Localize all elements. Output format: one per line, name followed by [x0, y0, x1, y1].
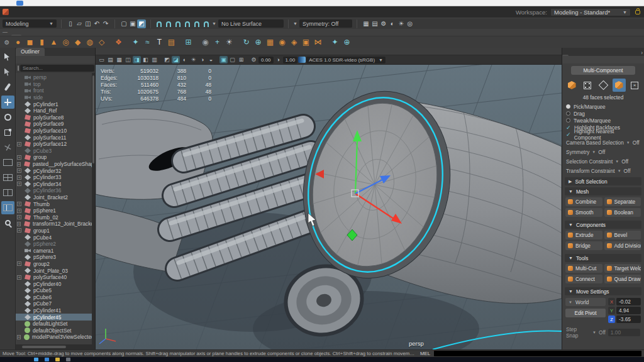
poly-torus-icon[interactable]: ◎ [60, 37, 71, 48]
mel-command-input[interactable] [434, 351, 641, 356]
multi-component-button[interactable]: Multi-Component [571, 66, 635, 75]
joint-icon[interactable]: ⊕ [341, 37, 352, 48]
outliner-row[interactable]: + pCylinder45 [16, 314, 95, 321]
layout-persp-outliner[interactable] [1, 201, 14, 214]
expand-toggle-icon[interactable]: + [17, 175, 21, 180]
tab-overflow-icon[interactable]: › [640, 50, 644, 56]
light-editor-icon[interactable]: ☀ [397, 19, 406, 28]
outliner-row[interactable]: + persp [16, 74, 95, 81]
outliner-row[interactable]: + transform12_Joint_Bracket2 [16, 221, 95, 228]
outliner-row[interactable]: + pCube3 [16, 148, 95, 155]
layout-single-pane[interactable] [1, 156, 14, 169]
expand-toggle-icon[interactable]: + [17, 182, 21, 186]
radio-option[interactable]: Drag [566, 110, 640, 117]
outliner-tab[interactable]: Outliner [16, 48, 45, 56]
component-tool-button[interactable]: Bevel [604, 231, 641, 239]
render-settings-icon[interactable]: ⚙ [379, 19, 388, 28]
soft-selection-header[interactable]: ▶ Soft Selection [565, 177, 641, 185]
joints-xray-icon[interactable]: ⊞ [237, 56, 245, 63]
wireframe-icon[interactable]: ◩ [163, 56, 171, 63]
gamma-icon[interactable]: ◑ [274, 56, 282, 63]
outliner-row[interactable]: + polySurface8 [16, 114, 95, 121]
mesh-tool-button[interactable]: Boolean [604, 208, 641, 217]
mesh-section-header[interactable]: ▼ Mesh [565, 187, 641, 195]
axis-value-field[interactable]: -0.02 [616, 298, 641, 305]
outliner-horizontal-scrollbar[interactable] [16, 344, 95, 349]
sculpt-tool-icon[interactable]: ✦ [130, 37, 141, 48]
tools-section-header[interactable]: ▼ Tools [565, 254, 641, 262]
outliner-row[interactable]: + pCylinder32 [16, 167, 95, 174]
camera-attrs-icon[interactable]: ▦ [115, 56, 123, 63]
axis-value-row[interactable]: Y 4.94 [608, 307, 641, 314]
quad-patch-icon[interactable]: ▦ [265, 37, 275, 48]
paint-select-tool[interactable] [1, 80, 14, 94]
lattice-icon[interactable]: ⊕ [253, 37, 264, 48]
chevron-down-icon[interactable]: ▼ [293, 21, 297, 26]
viewport-toolbar-icon[interactable] [216, 56, 219, 63]
outliner-row[interactable]: + pasted__polySurfaceShape25 [16, 161, 95, 168]
platonic-solid-icon[interactable]: ◇ [96, 37, 107, 48]
display-layers-icon[interactable]: ◐ [388, 19, 397, 28]
image-plane-icon[interactable]: ◨ [133, 56, 141, 63]
expand-toggle-icon[interactable]: + [17, 222, 21, 226]
gamma-field[interactable]: 1.00 [283, 57, 298, 63]
outliner-row[interactable]: + polySurface40 [16, 274, 95, 281]
live-surface-field[interactable]: No Live Surface [218, 19, 284, 28]
vertex-mode-button[interactable] [581, 79, 594, 92]
outliner-row[interactable]: + pCylinder40 [16, 280, 95, 287]
expand-toggle-icon[interactable]: + [17, 209, 21, 213]
last-tool[interactable] [1, 141, 14, 154]
sidebar-tab[interactable] [562, 55, 569, 56]
modeling-tool-button[interactable]: Connect [565, 275, 602, 283]
type-tool-icon[interactable]: T [154, 37, 165, 48]
viewport-toolbar-icon[interactable] [159, 56, 162, 63]
shelf-tool-icon[interactable] [236, 37, 240, 48]
open-scene-icon[interactable]: ▱ [75, 19, 84, 28]
bind-skin-icon[interactable]: ✦ [330, 37, 340, 48]
axis-value-field[interactable]: -3.65 [616, 315, 641, 323]
hypershade-icon[interactable]: ◎ [406, 19, 414, 28]
render-icon[interactable]: ▦ [362, 19, 370, 28]
rotate-tool[interactable] [1, 111, 14, 124]
light-icon[interactable]: ☀ [224, 37, 235, 48]
ipr-render-icon[interactable]: ▤ [370, 19, 379, 28]
snap-point-icon[interactable] [175, 21, 180, 27]
axis-value-row[interactable]: X -0.02 [608, 298, 641, 305]
outliner-row[interactable]: + Thumb_02 [16, 214, 95, 221]
lights-icon[interactable]: ☀ [189, 56, 197, 63]
shelf-tool-icon[interactable] [195, 37, 199, 48]
sphere-pair-icon[interactable]: ◉ [277, 37, 287, 48]
mirror-icon[interactable]: ↻ [241, 37, 252, 48]
component-tool-button[interactable]: Add Divisions [604, 241, 641, 250]
axis-orientation-dropdown[interactable]: ▼ World [565, 298, 606, 306]
viewport-toolbar-icon[interactable] [246, 56, 249, 63]
outliner-row[interactable]: + polySurface10 [16, 128, 95, 134]
select-hierarchy-icon[interactable]: ▢ [119, 19, 128, 28]
super-shape-icon[interactable]: ❖ [113, 37, 124, 48]
expand-toggle-icon[interactable]: + [17, 261, 21, 266]
menu-set-dropdown[interactable]: Modeling ▼ [3, 19, 57, 28]
expand-toggle-icon[interactable]: + [17, 202, 21, 206]
poly-cone-icon[interactable]: ▲ [48, 37, 59, 48]
construction-plane-icon[interactable]: ⊞ [183, 37, 194, 48]
outliner-row[interactable]: + pCube7 [16, 300, 95, 307]
snap-grid-icon[interactable] [157, 21, 162, 27]
move-settings-header[interactable]: ▼ Move Settings [565, 287, 641, 295]
exposure-icon[interactable]: ⚙ [250, 56, 258, 63]
oversc an-icon[interactable]: ▥ [150, 56, 158, 63]
shaded-icon[interactable]: ◪ [172, 56, 180, 63]
lock-icon[interactable] [635, 10, 640, 14]
components-section-header[interactable]: ▼ Components [565, 221, 641, 229]
xray-icon[interactable]: ▢ [228, 56, 236, 63]
window-app-icon[interactable] [16, 1, 23, 6]
outliner-row[interactable]: + group2 [16, 261, 95, 268]
edit-pivot-button[interactable]: Edit Pivot [565, 309, 606, 317]
outliner-row[interactable]: + group [16, 154, 95, 161]
mesh-tool-button[interactable]: Smooth [565, 208, 602, 217]
poly-cube-icon[interactable]: ◼ [25, 37, 35, 48]
sidebar-tab[interactable] [575, 55, 581, 56]
file-explorer-icon[interactable] [55, 358, 60, 361]
colorspace-dropdown[interactable]: ACES 1.0 SDR-video (sRGB) ▼ [306, 57, 386, 63]
layout-four-pane[interactable] [1, 171, 14, 184]
checkbox-option[interactable]: ✓ Highlight Nearest Component [566, 131, 640, 138]
